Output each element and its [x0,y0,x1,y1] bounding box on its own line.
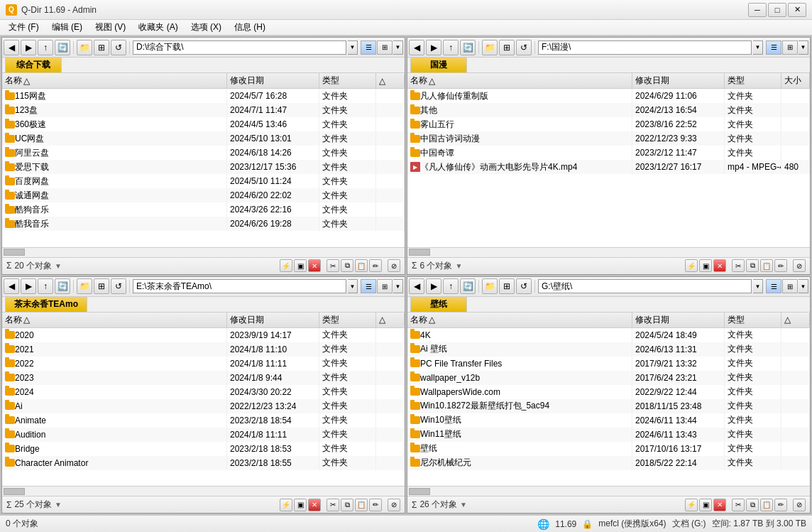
status-edit-tr[interactable]: ⊘ [793,259,806,272]
status-dropdown-bl[interactable]: ▼ [55,501,62,509]
table-row[interactable]: Win10壁纸2024/6/11 13:44文件夹 [407,413,810,428]
path-input-tl[interactable] [133,40,346,55]
table-row[interactable]: 其他2024/2/13 16:54文件夹 [407,103,810,117]
grid-button-tl[interactable]: ⊞ [94,40,109,55]
view-icon-br[interactable]: ⊞ [782,279,798,293]
status-rename-tr[interactable]: ✏ [774,259,787,272]
table-row[interactable]: 4K2024/5/24 18:49文件夹 [407,328,810,342]
table-row[interactable]: UC网盘2024/5/10 13:01文件夹 [2,131,405,146]
view-dropdown-br[interactable]: ▼ [799,279,808,293]
status-rename-bl[interactable]: ✏ [369,499,382,511]
col-date-bl[interactable]: 修改日期 [227,313,319,327]
path-dropdown-tl[interactable]: ▼ [348,40,358,55]
view-list-tl[interactable]: ☰ [361,40,376,55]
refresh2-button-tr[interactable]: ↺ [516,40,532,55]
status-lightning-tl[interactable]: ⚡ [280,259,292,272]
file-list-br[interactable]: 4K2024/5/24 18:49文件夹Ai 壁纸2024/6/13 11:31… [407,328,810,487]
table-row[interactable]: 20242024/3/30 20:22文件夹 [2,385,405,399]
tab-综合下载[interactable]: 综合下载 [5,57,62,72]
path-input-bl[interactable] [133,279,346,293]
table-row[interactable]: Win11壁纸2024/6/11 13:43文件夹 [407,428,810,442]
view-dropdown-bl[interactable]: ▼ [393,279,403,293]
table-row[interactable]: Bridge2023/2/18 18:53文件夹 [2,442,405,456]
up-button-br[interactable]: ↑ [443,278,459,294]
col-type-br[interactable]: 类型 [725,313,781,327]
view-icon-bl[interactable]: ⊞ [377,279,393,293]
refresh-button-tl[interactable]: 🔄 [55,40,70,55]
table-row[interactable]: 酷我音乐2024/6/26 19:28文件夹 [2,217,405,231]
status-edit-br[interactable]: ⊘ [793,499,806,511]
refresh-button-tr[interactable]: 🔄 [460,40,476,55]
table-row[interactable]: 百度网盘2024/5/10 11:24文件夹 [2,174,405,188]
refresh2-button-tl[interactable]: ↺ [111,40,126,55]
col-date-br[interactable]: 修改日期 [632,313,725,327]
col-sz-br[interactable]: △ [781,313,810,326]
path-dropdown-bl[interactable]: ▼ [348,279,358,293]
refresh-button-bl[interactable]: 🔄 [55,278,70,294]
table-row[interactable]: PC File Transfer Files2017/9/21 13:32文件夹 [407,357,810,371]
col-size-tl[interactable]: △ [376,75,405,87]
refresh-button-br[interactable]: 🔄 [460,278,476,294]
view-dropdown-tl[interactable]: ▼ [393,40,403,55]
table-row[interactable]: WallpapersWide.com2022/9/22 12:44文件夹 [407,385,810,399]
hscroll-bl[interactable] [2,486,405,496]
up-button-tr[interactable]: ↑ [443,40,459,55]
status-dropdown-tl[interactable]: ▼ [55,262,62,270]
folder-button-tr[interactable]: 📁 [482,40,498,55]
status-edit-tl[interactable]: ⊘ [388,259,400,272]
status-copy-bl[interactable]: ⧉ [341,499,353,511]
table-row[interactable]: Audition2024/1/8 11:11文件夹 [2,428,405,442]
tab-壁纸[interactable]: 壁纸 [410,296,467,312]
menu-item-文件[interactable]: 文件 (F) [3,20,45,35]
table-row[interactable]: 诚通网盘2024/6/20 22:02文件夹 [2,188,405,202]
view-icon-tl[interactable]: ⊞ [377,40,393,55]
status-dropdown-br[interactable]: ▼ [460,501,467,509]
up-button-bl[interactable]: ↑ [38,278,53,294]
col-name-tr[interactable]: 名称△ [407,73,632,88]
back-button-br[interactable]: ◀ [409,278,424,294]
hscroll-tr[interactable] [407,247,810,257]
table-row[interactable]: 20202023/9/19 14:17文件夹 [2,328,405,342]
refresh2-button-br[interactable]: ↺ [516,278,532,294]
grid-button-tr[interactable]: ⊞ [499,40,515,55]
table-row[interactable]: 尼尔机械纪元2018/5/22 22:14文件夹 [407,456,810,470]
forward-button-bl[interactable]: ▶ [21,278,36,294]
status-cut-bl[interactable]: ✂ [327,499,339,511]
status-copy-br[interactable]: ⧉ [746,499,759,511]
status-rename-br[interactable]: ✏ [774,499,787,511]
table-row[interactable]: 115网盘2024/5/7 16:28文件夹 [2,89,405,103]
status-lightning-bl[interactable]: ⚡ [280,499,292,511]
table-row[interactable]: 20222024/1/8 11:11文件夹 [2,357,405,371]
forward-button-tl[interactable]: ▶ [21,40,36,55]
status-window-br[interactable]: ▣ [699,499,712,511]
status-red-tl[interactable]: ✕ [308,259,321,272]
minimize-button[interactable]: ─ [748,3,767,17]
col-type-bl[interactable]: 类型 [319,313,376,327]
menu-item-编辑[interactable]: 编辑 (E) [46,20,88,35]
status-edit-bl[interactable]: ⊘ [388,499,400,511]
status-window-tl[interactable]: ▣ [294,259,307,272]
forward-button-br[interactable]: ▶ [426,278,441,294]
status-cut-br[interactable]: ✂ [732,499,745,511]
back-button-tr[interactable]: ◀ [409,40,424,55]
table-row[interactable]: 凡人修仙传重制版2024/6/29 11:06文件夹 [407,89,810,103]
status-rename-tl[interactable]: ✏ [369,259,382,272]
grid-button-bl[interactable]: ⊞ [94,278,109,294]
col-type-tl[interactable]: 类型 [319,73,376,88]
col-size-tr[interactable]: 大小 [781,73,810,88]
view-list-tr[interactable]: ☰ [766,40,781,55]
path-dropdown-br[interactable]: ▼ [753,279,763,293]
status-paste-tl[interactable]: 📋 [355,259,368,272]
col-name-tl[interactable]: 名称△ [2,73,227,88]
view-dropdown-tr[interactable]: ▼ [799,40,808,55]
status-paste-bl[interactable]: 📋 [355,499,368,511]
table-row[interactable]: ▶《凡人修仙传》动画大电影先导片4K.mp42023/12/27 16:17mp… [407,160,810,174]
col-date-tr[interactable]: 修改日期 [632,73,725,88]
table-row[interactable]: 中国奇谭2023/2/12 11:47文件夹 [407,146,810,160]
menu-item-选项[interactable]: 选项 (X) [185,20,227,35]
status-paste-br[interactable]: 📋 [760,499,773,511]
status-copy-tr[interactable]: ⧉ [746,259,759,272]
table-row[interactable]: Win10.18272最新壁纸打包_5ac942018/11/15 23:48文… [407,399,810,413]
file-list-tr[interactable]: 凡人修仙传重制版2024/6/29 11:06文件夹其他2024/2/13 16… [407,89,810,247]
tab-茶末余香TEAmo[interactable]: 茶末余香TEAmo [5,296,87,312]
